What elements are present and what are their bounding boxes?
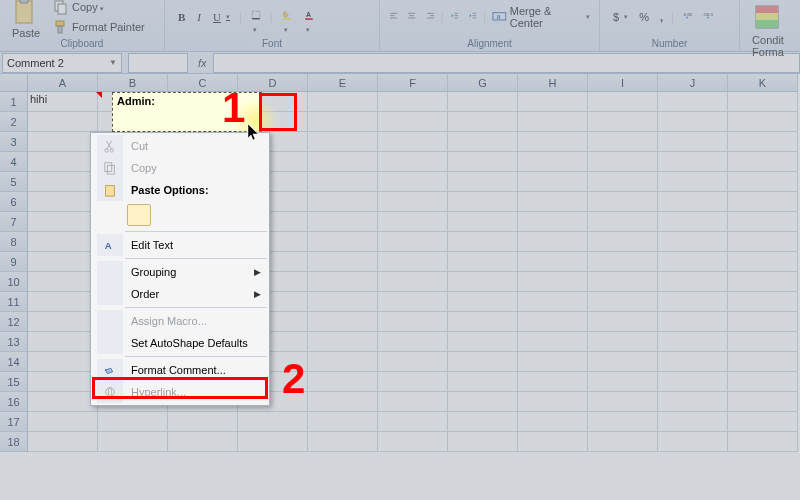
cell[interactable]: hihi [28,92,98,112]
cell[interactable] [588,432,658,452]
row-header[interactable]: 1 [0,92,28,112]
increase-decimal-button[interactable]: .0.00 [679,9,695,25]
row-header[interactable]: 18 [0,432,28,452]
menu-edit-text[interactable]: A Edit Text [93,234,267,256]
cell[interactable] [308,312,378,332]
align-right-button[interactable] [423,9,438,25]
row-header[interactable]: 8 [0,232,28,252]
cell[interactable] [588,112,658,132]
cell[interactable] [728,112,798,132]
bold-button[interactable]: B [175,10,188,24]
cell[interactable] [378,192,448,212]
cell[interactable] [728,412,798,432]
row-header[interactable]: 11 [0,292,28,312]
cell[interactable] [448,172,518,192]
format-painter-button[interactable]: Format Painter [50,18,148,36]
cell[interactable] [728,292,798,312]
cell[interactable] [728,152,798,172]
italic-button[interactable]: I [194,10,204,24]
cell[interactable] [518,432,588,452]
cell[interactable] [518,132,588,152]
cell[interactable] [448,152,518,172]
cell[interactable] [98,432,168,452]
cell[interactable] [518,372,588,392]
cell[interactable] [588,372,658,392]
cell[interactable] [308,412,378,432]
row-header[interactable]: 15 [0,372,28,392]
cell[interactable] [658,132,728,152]
row-header[interactable]: 5 [0,172,28,192]
cell[interactable] [658,352,728,372]
row-header[interactable]: 16 [0,392,28,412]
cell[interactable] [588,152,658,172]
cell[interactable] [588,232,658,252]
fx-buttons[interactable] [128,53,188,73]
row-header[interactable]: 14 [0,352,28,372]
decrease-decimal-button[interactable]: .00.0 [700,9,716,25]
cell[interactable] [588,92,658,112]
cell[interactable] [308,432,378,452]
cell[interactable] [588,212,658,232]
cell[interactable] [448,212,518,232]
cell[interactable] [518,192,588,212]
cell[interactable] [448,312,518,332]
cell[interactable] [98,412,168,432]
cell[interactable] [378,312,448,332]
cell[interactable] [518,92,588,112]
cell[interactable] [378,392,448,412]
col-header[interactable]: J [658,74,728,92]
cell[interactable] [518,252,588,272]
cell[interactable] [378,172,448,192]
cell[interactable] [28,312,98,332]
select-all-corner[interactable] [0,74,28,92]
conditional-formatting-button[interactable]: Condit Forma [746,2,790,58]
cell[interactable] [658,392,728,412]
cell[interactable] [728,432,798,452]
cell[interactable] [728,132,798,152]
cell[interactable] [728,92,798,112]
comma-button[interactable]: , [657,10,666,24]
col-header[interactable]: K [728,74,798,92]
cell[interactable] [588,332,658,352]
fill-color-button[interactable] [279,9,295,25]
cell[interactable] [448,332,518,352]
cell[interactable] [448,372,518,392]
cell[interactable] [28,432,98,452]
cell[interactable] [518,152,588,172]
merge-center-button[interactable]: a Merge & Center [489,4,593,30]
row-header[interactable]: 7 [0,212,28,232]
cell[interactable] [658,412,728,432]
cell[interactable] [658,312,728,332]
cell[interactable] [378,352,448,372]
cell[interactable] [308,352,378,372]
cell[interactable] [168,412,238,432]
formula-input[interactable] [213,53,800,73]
col-header[interactable]: H [518,74,588,92]
cell[interactable] [728,312,798,332]
decrease-indent-button[interactable] [447,9,462,25]
increase-indent-button[interactable] [465,9,480,25]
cell[interactable] [658,92,728,112]
cell[interactable] [448,252,518,272]
row-header[interactable]: 2 [0,112,28,132]
cell[interactable] [28,352,98,372]
cell[interactable] [28,172,98,192]
cell[interactable] [518,412,588,432]
cell[interactable] [518,212,588,232]
menu-set-autoshape[interactable]: Set AutoShape Defaults [93,332,267,354]
row-header[interactable]: 17 [0,412,28,432]
col-header[interactable]: E [308,74,378,92]
cell[interactable] [518,272,588,292]
border-button[interactable] [248,9,264,25]
cell[interactable] [518,112,588,132]
cell[interactable] [28,272,98,292]
cell[interactable] [28,392,98,412]
paste-button[interactable]: Paste [6,0,46,39]
col-header[interactable]: I [588,74,658,92]
cell[interactable] [728,172,798,192]
cell[interactable] [588,412,658,432]
font-color-button[interactable]: A [301,9,317,25]
cell[interactable] [728,232,798,252]
cell[interactable] [728,352,798,372]
cell[interactable] [448,192,518,212]
